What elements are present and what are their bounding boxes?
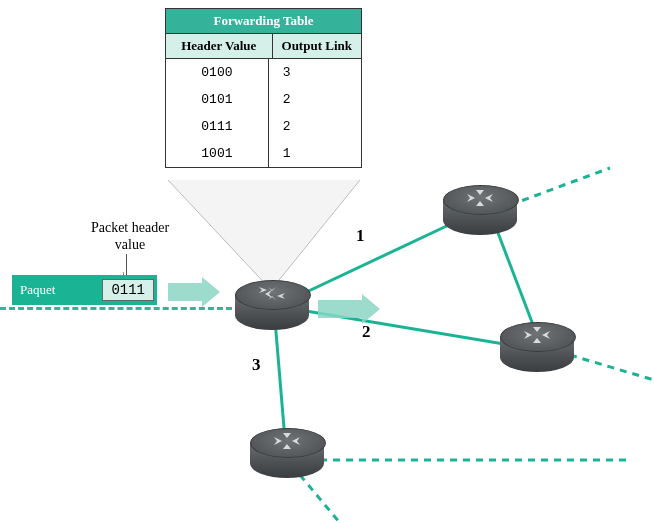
svg-marker-20	[533, 338, 541, 343]
table-row: 0111 2	[166, 113, 361, 140]
table-title: Forwarding Table	[166, 9, 361, 33]
svg-marker-15	[476, 190, 484, 195]
svg-marker-17	[524, 331, 532, 339]
svg-line-4	[510, 168, 610, 205]
router-top-right-icon	[443, 185, 517, 235]
col-output-link: Output Link	[273, 34, 362, 58]
svg-marker-19	[533, 327, 541, 332]
svg-marker-13	[467, 194, 475, 202]
svg-marker-8	[265, 290, 272, 298]
link-label-2: 2	[362, 322, 371, 342]
packet-label: Paquet	[12, 282, 99, 298]
col-header-value: Header Value	[166, 34, 273, 58]
svg-line-7	[300, 475, 340, 523]
table-row: 0101 2	[166, 86, 361, 113]
packet-header-value: 0111	[102, 279, 154, 301]
router-right-icon	[500, 322, 574, 372]
leader-line	[126, 254, 127, 276]
arrow-incoming-icon	[168, 283, 206, 301]
router-central-icon	[235, 280, 309, 330]
svg-marker-23	[283, 433, 291, 438]
link-label-1: 1	[356, 226, 365, 246]
router-bottom-icon	[250, 428, 324, 478]
table-row: 0100 3	[166, 59, 361, 86]
svg-marker-16	[476, 201, 484, 206]
arrow-forward-icon	[318, 300, 366, 318]
svg-marker-22	[292, 437, 300, 445]
forwarding-table: Forwarding Table Header Value Output Lin…	[165, 8, 362, 168]
svg-marker-14	[485, 194, 493, 202]
link-label-3: 3	[252, 355, 261, 375]
table-row: 1001 1	[166, 140, 361, 167]
svg-marker-21	[274, 437, 282, 445]
svg-marker-24	[283, 444, 291, 449]
svg-marker-9	[259, 287, 267, 293]
svg-marker-18	[542, 331, 550, 339]
svg-marker-10	[277, 293, 285, 299]
svg-line-2	[275, 320, 285, 440]
incoming-dashed-line	[0, 307, 232, 310]
packet-caption: Packet header value	[80, 220, 180, 254]
packet: Paquet 0111	[12, 275, 157, 305]
svg-marker-11	[268, 287, 276, 291]
svg-line-5	[570, 355, 654, 380]
svg-line-3	[495, 225, 535, 330]
